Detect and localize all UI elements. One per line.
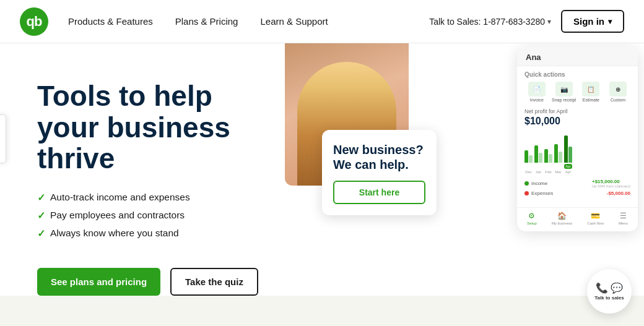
hero-right: New business? We can help. Start here An… <box>266 43 644 326</box>
bar-dec-income <box>524 150 528 163</box>
logo[interactable]: qb <box>20 7 48 36</box>
nav-right: Talk to Sales: 1-877-683-3280 ▾ Sign in … <box>429 10 624 33</box>
setup-icon: ⚙ <box>528 212 535 220</box>
income-stat-row: Income +$15,000.00 Up 50% from (January) <box>524 179 630 188</box>
logo-icon: qb <box>20 7 48 36</box>
main-content: Tools to help your business thrive ✓ Aut… <box>0 43 644 326</box>
bar-jan-expense <box>539 153 542 163</box>
talk-sales-link[interactable]: Talk to Sales: 1-877-683-3280 ▾ <box>429 17 551 27</box>
feature-list: ✓ Auto-track income and expenses ✓ Pay e… <box>37 192 266 246</box>
income-label: Income <box>531 181 547 186</box>
app-header: Ana <box>517 46 638 66</box>
snap-receipt-icon: 📷 <box>555 82 573 97</box>
feature-item-1: ✓ Auto-track income and expenses <box>37 192 266 204</box>
signin-label: Sign in <box>573 16 604 27</box>
chevron-down-icon: ▾ <box>608 17 612 26</box>
month-apr: Apr <box>564 170 572 174</box>
income-sub: Up 50% from (January) <box>592 184 630 188</box>
chat-icon: 💬 <box>611 282 623 294</box>
bar-apr-income <box>564 135 568 163</box>
expense-value: -$5,000.00 <box>607 191 630 196</box>
income-value: +$15,000.00 <box>592 179 630 184</box>
expense-label: Expenses <box>531 191 553 196</box>
month-feb: Feb <box>544 170 552 174</box>
expense-stat-row: Expenses -$5,000.00 <box>524 191 630 196</box>
talk-to-sales-bubble[interactable]: 📞 💬 Talk to sales <box>587 269 632 314</box>
talk-bubble-icons: 📞 💬 <box>596 282 623 294</box>
quick-actions-row: 📄 Invoice 📷 Snap receipt 📋 Estimate ⊕ Cu… <box>524 82 630 102</box>
apr-badge: Apr <box>564 164 573 169</box>
check-icon-1: ✓ <box>37 192 45 204</box>
net-profit-label: Net profit for April <box>524 108 630 114</box>
income-dot <box>524 181 529 186</box>
feedback-tab[interactable]: Feedback <box>0 114 6 163</box>
feature-text-2: Pay employees and contractors <box>50 210 185 221</box>
expense-dot <box>524 191 529 195</box>
month-labels: Dec Jan Feb Mar Apr <box>524 170 630 174</box>
cashflow-icon: 💳 <box>591 212 600 220</box>
qa-invoice-label: Invoice <box>530 98 544 102</box>
qa-snap-receipt[interactable]: 📷 Snap receipt <box>552 82 577 102</box>
app-body: Quick actions 📄 Invoice 📷 Snap receipt 📋… <box>517 66 638 204</box>
bar-chart: Apr <box>524 132 630 163</box>
navbar: qb Products & Features Plans & Pricing L… <box>0 0 644 43</box>
qb-app-card: Ana Quick actions 📄 Invoice 📷 Snap recei… <box>517 46 638 231</box>
signin-button[interactable]: Sign in ▾ <box>561 10 624 33</box>
month-jan: Jan <box>534 170 542 174</box>
app-nav-menu-label: Menu <box>619 221 628 225</box>
bar-mar-expense <box>559 152 562 163</box>
menu-icon: ☰ <box>620 212 627 220</box>
new-biz-title: New business? We can help. <box>333 142 425 172</box>
bar-apr-expense <box>568 147 572 163</box>
qa-custom-label: Custom <box>611 98 625 102</box>
app-nav-menu[interactable]: ☰ Menu <box>619 212 628 225</box>
feature-item-2: ✓ Pay employees and contractors <box>37 210 266 221</box>
app-nav-setup-label: Setup <box>527 221 537 225</box>
see-plans-button[interactable]: See plans and pricing <box>37 268 160 296</box>
bar-feb-expense <box>549 154 552 163</box>
qa-snap-label: Snap receipt <box>552 98 576 102</box>
bar-feb-income <box>544 149 548 163</box>
month-dec: Dec <box>524 170 533 174</box>
check-icon-3: ✓ <box>37 228 45 239</box>
hero-title: Tools to help your business thrive <box>37 80 266 174</box>
quick-actions-label: Quick actions <box>524 71 630 78</box>
new-business-card: New business? We can help. Start here <box>322 130 437 215</box>
chevron-down-icon: ▾ <box>547 17 551 26</box>
app-bottom-nav: ⚙ Setup 🏠 My business 💳 Cash flow ☰ Menu <box>517 207 638 226</box>
app-nav-mybusiness-label: My business <box>552 221 572 225</box>
hero-left: Tools to help your business thrive ✓ Aut… <box>0 43 266 326</box>
qa-estimate[interactable]: 📋 Estimate <box>579 82 604 102</box>
bar-jan-income <box>534 145 538 163</box>
custom-icon: ⊕ <box>609 82 627 97</box>
cta-row: See plans and pricing Take the quiz <box>37 268 266 296</box>
qa-estimate-label: Estimate <box>583 98 599 102</box>
app-nav-mybusiness[interactable]: 🏠 My business <box>552 212 572 225</box>
talk-sales-text: Talk to Sales: 1-877-683-3280 <box>429 17 545 27</box>
take-quiz-button[interactable]: Take the quiz <box>170 268 258 296</box>
net-profit-amount: $10,000 <box>524 116 630 127</box>
bar-dec-expense <box>529 155 533 163</box>
qa-custom[interactable]: ⊕ Custom <box>606 82 630 102</box>
check-icon-2: ✓ <box>37 210 45 221</box>
phone-icon: 📞 <box>596 282 608 294</box>
bar-mar-income <box>554 144 558 163</box>
nav-links: Products & Features Plans & Pricing Lear… <box>68 16 429 27</box>
month-mar: Mar <box>554 170 562 174</box>
app-nav-cashflow[interactable]: 💳 Cash flow <box>587 212 603 225</box>
app-user-name: Ana <box>526 53 541 62</box>
nav-products-features[interactable]: Products & Features <box>68 16 153 27</box>
invoice-icon: 📄 <box>528 82 546 97</box>
feature-text-3: Always know where you stand <box>50 228 179 239</box>
start-here-button[interactable]: Start here <box>333 181 425 204</box>
app-nav-cashflow-label: Cash flow <box>587 221 603 225</box>
feature-text-1: Auto-track income and expenses <box>50 192 190 203</box>
talk-bubble-label: Talk to sales <box>594 295 624 301</box>
mybusiness-icon: 🏠 <box>557 212 567 220</box>
feature-item-3: ✓ Always know where you stand <box>37 228 266 239</box>
app-nav-setup[interactable]: ⚙ Setup <box>527 212 537 225</box>
nav-learn-support[interactable]: Learn & Support <box>260 16 328 27</box>
nav-plans-pricing[interactable]: Plans & Pricing <box>175 16 238 27</box>
qa-invoice[interactable]: 📄 Invoice <box>524 82 549 102</box>
estimate-icon: 📋 <box>582 82 599 97</box>
